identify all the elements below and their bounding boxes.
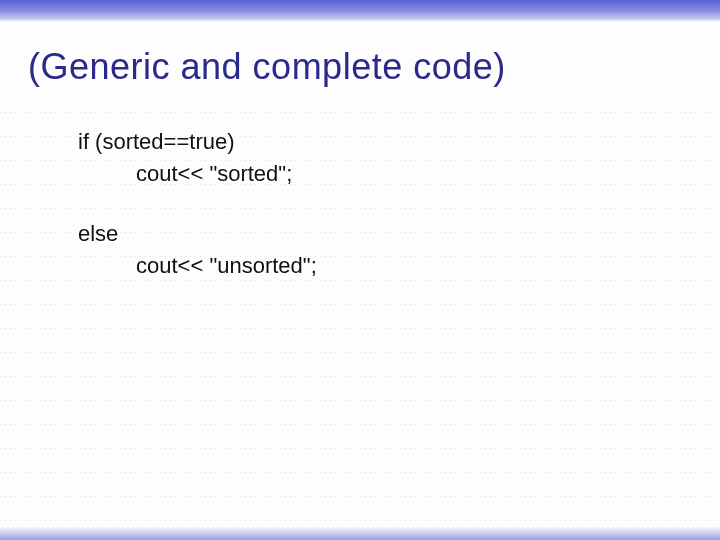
slide-title: (Generic and complete code) [0, 22, 720, 106]
top-gradient-bar [0, 0, 720, 22]
blank-line [78, 190, 720, 218]
code-line-cout-sorted: cout<< "sorted"; [78, 158, 720, 190]
code-line-else: else [78, 218, 720, 250]
bottom-gradient-bar [0, 526, 720, 540]
code-line-cout-unsorted: cout<< "unsorted"; [78, 250, 720, 282]
code-line-if: if (sorted==true) [78, 126, 720, 158]
slide-content: if (sorted==true) cout<< "sorted"; else … [0, 106, 720, 282]
code-block: if (sorted==true) cout<< "sorted"; else … [0, 126, 720, 282]
